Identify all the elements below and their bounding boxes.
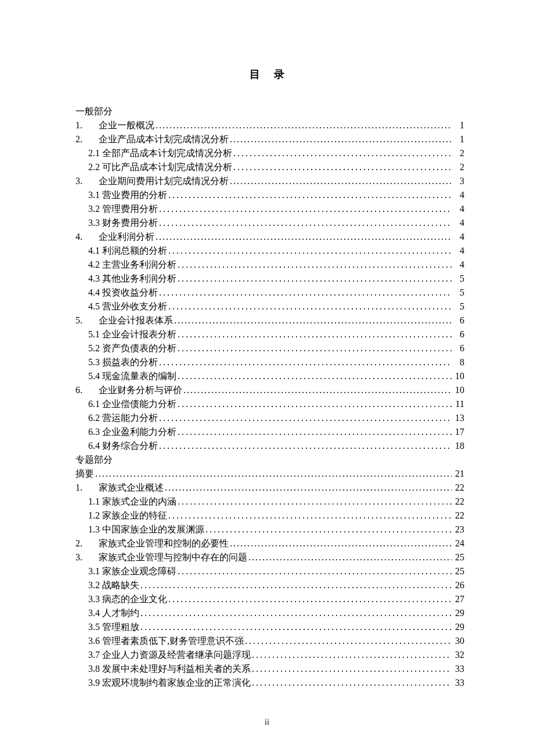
toc-entry-label: 家族企业的特征 xyxy=(102,509,167,523)
toc-entry-label: 中国家族企业的发展渊源 xyxy=(102,523,204,537)
toc-entry-label: 发展中未处理好与利益相关者的关系 xyxy=(102,662,251,676)
toc-entry-number: 3.2 xyxy=(88,202,100,216)
toc-entry-label: 摘要 xyxy=(75,467,94,481)
toc-entry-number: 3.4 xyxy=(88,606,100,620)
toc-entry-page: 18 xyxy=(453,439,464,453)
toc-entry-number: 5. xyxy=(75,314,99,327)
toc-entry: 1.家族式企业概述 22 xyxy=(75,481,464,495)
toc-entry: 4.5 营业外收支分析 5 xyxy=(75,300,464,314)
toc-entry-page: 4 xyxy=(453,216,464,230)
toc-leader-dots xyxy=(168,188,452,202)
toc-entry-number: 2.1 xyxy=(88,146,100,160)
toc-entry-number: 1.1 xyxy=(88,495,100,509)
toc-entry-page: 22 xyxy=(453,495,464,509)
toc-title: 目 录 xyxy=(75,67,464,82)
toc-entry-number: 1.2 xyxy=(88,509,100,523)
toc-entry-number: 3.3 xyxy=(88,216,100,230)
toc-entry-page: 24 xyxy=(453,537,464,550)
toc-leader-dots xyxy=(168,300,452,314)
toc-entry-label: 管理费用分析 xyxy=(102,202,158,216)
toc-entry-number: 6.3 xyxy=(88,425,100,439)
toc-entry: 4.3 其他业务利润分析 5 xyxy=(75,272,464,286)
toc-entry-label: 家族式企业概述 xyxy=(99,481,164,495)
toc-entry-page: 11 xyxy=(453,397,464,411)
toc-leader-dots xyxy=(174,314,452,327)
toc-entry: 2.1 全部产品成本计划完成情况分析 2 xyxy=(75,146,464,160)
toc-entry-number: 6.2 xyxy=(88,411,100,425)
toc-entry-number: 1. xyxy=(75,481,99,495)
toc-entry-page: 27 xyxy=(453,592,464,606)
toc-entry-number: 1.3 xyxy=(88,523,100,537)
toc-leader-dots xyxy=(140,578,452,592)
toc-entry-label: 主营业务利润分析 xyxy=(102,258,176,272)
toc-entry-label: 企业人力资源及经营者继承问题浮现 xyxy=(102,648,251,662)
toc-leader-dots xyxy=(178,341,452,355)
toc-entry: 3.企业期间费用计划完成情况分析 3 xyxy=(75,174,464,188)
toc-entry-page: 5 xyxy=(453,300,464,314)
toc-entry-label: 战略缺失 xyxy=(102,578,139,592)
toc-entry-number: 3.3 xyxy=(88,592,100,606)
toc-leader-dots xyxy=(230,132,452,146)
toc-entry-label: 企业期间费用计划完成情况分析 xyxy=(99,174,229,188)
toc-entry-page: 32 xyxy=(453,648,464,662)
toc-entry: 5.1 企业会计报表分析 6 xyxy=(75,327,464,341)
page: 目 录 一般部分1.企业一般概况 12.企业产品成本计划完成情况分析 12.1 … xyxy=(0,0,534,756)
toc-entry-page: 22 xyxy=(453,509,464,523)
toc-entry: 1.2 家族企业的特征 22 xyxy=(75,509,464,523)
toc-section-heading: 一般部分 xyxy=(75,105,464,118)
toc-entry-page: 6 xyxy=(453,341,464,355)
toc-entry-page: 2 xyxy=(453,146,464,160)
toc-entry: 3.9 宏观环境制约着家族企业的正常演化 33 xyxy=(75,676,464,690)
toc-entry-number: 2. xyxy=(75,132,99,146)
toc-entry-number: 5.4 xyxy=(88,369,100,383)
toc-entry-page: 4 xyxy=(453,202,464,216)
toc-entry-label: 投资收益分析 xyxy=(102,286,158,300)
toc-entry: 摘要 21 xyxy=(75,467,464,481)
toc-entry: 5.企业会计报表体系 6 xyxy=(75,314,464,327)
toc-entry-page: 4 xyxy=(453,244,464,258)
toc-entry: 6.2 营运能力分析 13 xyxy=(75,411,464,425)
toc-entry-label: 财务综合分析 xyxy=(102,439,158,453)
toc-entry-label: 营运能力分析 xyxy=(102,411,158,425)
toc-entry-page: 29 xyxy=(453,606,464,620)
toc-entry-label: 全部产品成本计划完成情况分析 xyxy=(102,146,232,160)
toc-entry-label: 企业盈利能力分析 xyxy=(102,425,176,439)
toc-entry-number: 3.9 xyxy=(88,676,100,690)
toc-entry-number: 3.5 xyxy=(88,620,100,634)
toc-entry: 2.家族式企业管理和控制的必要性 24 xyxy=(75,537,464,550)
toc-leader-dots xyxy=(159,286,452,300)
toc-leader-dots xyxy=(159,216,452,230)
toc-leader-dots xyxy=(233,160,452,174)
toc-entry-number: 3. xyxy=(75,174,99,188)
toc-entry-label: 企业财务分析与评价 xyxy=(99,383,182,397)
toc-entry-number: 6. xyxy=(75,383,99,397)
toc-leader-dots xyxy=(252,676,452,690)
toc-entry-page: 30 xyxy=(453,634,464,648)
toc-entry-page: 6 xyxy=(453,314,464,327)
toc-leader-dots xyxy=(248,550,452,564)
toc-entry-number: 4.4 xyxy=(88,286,100,300)
toc-entry-label: 现金流量表的编制 xyxy=(102,369,176,383)
toc-leader-dots xyxy=(178,258,452,272)
toc-entry-label: 利润总额的分析 xyxy=(102,244,167,258)
toc-entry-label: 管理者素质低下,财务管理意识不强 xyxy=(102,634,244,648)
toc-entry: 1.1 家族式企业的内涵 22 xyxy=(75,495,464,509)
toc-entry-page: 23 xyxy=(453,523,464,537)
toc-entry-page: 10 xyxy=(453,369,464,383)
toc-entry-number: 4.5 xyxy=(88,300,100,314)
toc-entry-label: 营业费用的分析 xyxy=(102,188,167,202)
toc-entry-label: 企业一般概况 xyxy=(99,118,154,132)
toc-entry-page: 25 xyxy=(453,564,464,578)
toc-entry: 3.8 发展中未处理好与利益相关者的关系 33 xyxy=(75,662,464,676)
toc-entry-label: 家族式企业管理和控制的必要性 xyxy=(99,537,229,550)
toc-entry-number: 3.6 xyxy=(88,634,100,648)
toc-entry: 5.2 资产负债表的分析 6 xyxy=(75,341,464,355)
toc-entry: 3.7 企业人力资源及经营者继承问题浮现 32 xyxy=(75,648,464,662)
toc-entry-label: 家族企业观念障碍 xyxy=(102,564,176,578)
toc-body: 一般部分1.企业一般概况 12.企业产品成本计划完成情况分析 12.1 全部产品… xyxy=(75,105,464,690)
toc-entry-label: 企业会计报表分析 xyxy=(102,327,176,341)
toc-entry-page: 5 xyxy=(453,286,464,300)
toc-leader-dots xyxy=(168,244,452,258)
toc-entry: 4.2 主营业务利润分析 4 xyxy=(75,258,464,272)
toc-entry: 3.4 人才制约 29 xyxy=(75,606,464,620)
